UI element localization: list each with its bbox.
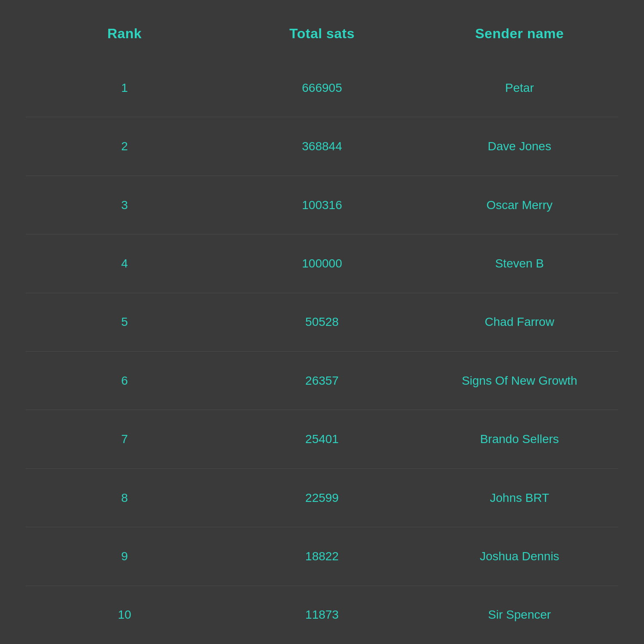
rank-cell: 7 [26, 428, 223, 450]
rank-cell: 3 [26, 194, 223, 216]
sender-name-cell: Petar [421, 77, 618, 99]
sender-name-cell: Dave Jones [421, 135, 618, 158]
table-row: 918822Joshua Dennis [26, 527, 618, 586]
total-sats-cell: 11873 [223, 604, 421, 626]
table-row: 2368844Dave Jones [26, 117, 618, 176]
total-sats-cell: 666905 [223, 77, 421, 99]
total-sats-header: Total sats [223, 17, 421, 50]
rank-cell: 5 [26, 311, 223, 333]
total-sats-cell: 26357 [223, 370, 421, 392]
table-row: 1011873Sir Spencer [26, 586, 618, 644]
total-sats-cell: 22599 [223, 487, 421, 509]
table-row: 3100316Oscar Merry [26, 176, 618, 234]
table-row: 1666905Petar [26, 59, 618, 117]
total-sats-cell: 50528 [223, 311, 421, 333]
rank-header: Rank [26, 17, 223, 50]
total-sats-cell: 18822 [223, 545, 421, 568]
table-body: 1666905Petar2368844Dave Jones3100316Osca… [26, 59, 618, 644]
sender-name-cell: Steven B [421, 252, 618, 275]
table-row: 822599Johns BRT [26, 469, 618, 527]
sender-name-cell: Johns BRT [421, 487, 618, 509]
sender-name-cell: Oscar Merry [421, 194, 618, 216]
sender-name-cell: Joshua Dennis [421, 545, 618, 568]
total-sats-cell: 100000 [223, 252, 421, 275]
table-row: 550528Chad Farrow [26, 293, 618, 352]
rank-cell: 10 [26, 604, 223, 626]
rank-cell: 9 [26, 545, 223, 568]
rank-cell: 8 [26, 487, 223, 509]
total-sats-cell: 100316 [223, 194, 421, 216]
sender-name-cell: Brando Sellers [421, 428, 618, 450]
rank-cell: 4 [26, 252, 223, 275]
total-sats-cell: 25401 [223, 428, 421, 450]
rank-cell: 2 [26, 135, 223, 158]
table-row: 725401Brando Sellers [26, 410, 618, 468]
sender-name-cell: Chad Farrow [421, 311, 618, 333]
leaderboard-table: Rank Total sats Sender name 1666905Petar… [0, 0, 644, 644]
sender-name-cell: Signs Of New Growth [421, 370, 618, 392]
table-row: 626357Signs Of New Growth [26, 352, 618, 410]
sender-name-cell: Sir Spencer [421, 604, 618, 626]
table-header: Rank Total sats Sender name [26, 0, 618, 59]
rank-cell: 6 [26, 370, 223, 392]
sender-name-header: Sender name [421, 17, 618, 50]
table-row: 4100000Steven B [26, 234, 618, 293]
rank-cell: 1 [26, 77, 223, 99]
total-sats-cell: 368844 [223, 135, 421, 158]
